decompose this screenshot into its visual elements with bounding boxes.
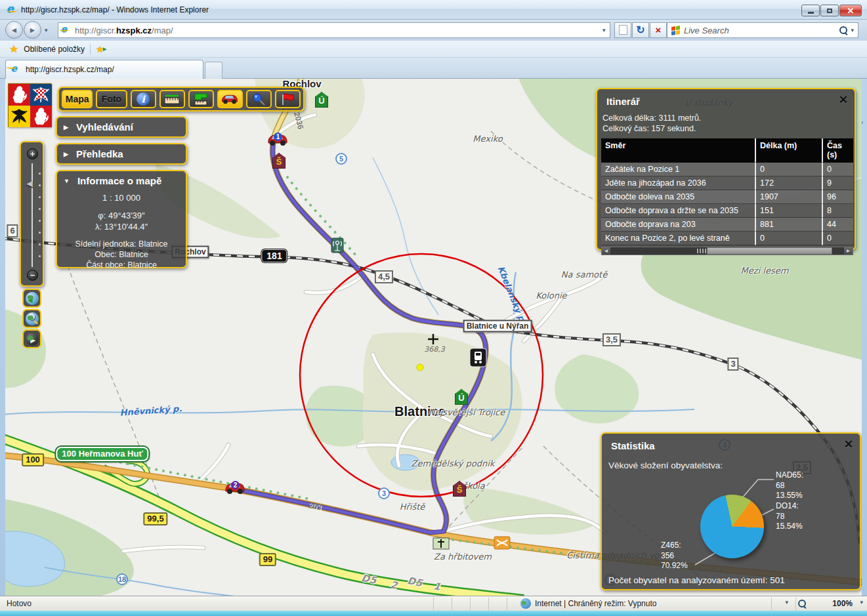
browser-window: e http://giscr.hzspk.cz/map/ - Windows I… xyxy=(0,0,867,616)
panel-prehledka[interactable]: ▶Přehledka xyxy=(56,143,187,165)
car-icon xyxy=(221,93,239,105)
zoom-out-button[interactable]: − xyxy=(27,270,38,281)
search-box[interactable]: Live Search ▾ xyxy=(667,22,858,38)
map-toolbar: Mapa Foto i xyxy=(58,87,305,112)
favorites-label[interactable]: Oblíbené položky xyxy=(24,45,85,54)
flag-tool-button[interactable] xyxy=(275,90,301,108)
pie-label-do14: DO14: 78 15.54% xyxy=(776,501,803,532)
compatibility-button[interactable] xyxy=(614,22,631,38)
forward-button[interactable]: ► xyxy=(24,21,41,39)
security-zone-text: Internet | Chráněný režim: Vypnuto xyxy=(535,599,656,608)
flag-icon xyxy=(280,92,295,106)
zoom-dropdown-icon[interactable]: ▾ xyxy=(860,599,863,606)
tab-active[interactable]: e http://giscr.hzspk.cz/map/ xyxy=(5,60,203,79)
population-total: Počet obyvatel na analyzovaném území: 50… xyxy=(608,575,785,585)
favorites-star-icon[interactable]: ★ xyxy=(9,43,18,55)
tab-mapa[interactable]: Mapa xyxy=(62,90,93,108)
table-row[interactable]: Konec na Pozice 2, po levé straně00 xyxy=(601,232,853,245)
antenna-icon xyxy=(331,238,343,253)
page-zoom-level[interactable]: 100% xyxy=(832,599,853,608)
poi-dot-icon xyxy=(417,364,423,371)
address-bar[interactable]: e http://giscr.hzspk.cz/map/ xyxy=(58,22,610,38)
status-bar: Hotovo Internet | Chráněný režim: Vypnut… xyxy=(0,596,867,611)
region-coat-of-arms xyxy=(8,83,51,127)
tab-ie-icon: e xyxy=(11,64,21,75)
globe-magnifier-icon xyxy=(26,312,39,325)
car-2-badge: 2 xyxy=(231,481,240,489)
close-icon[interactable]: ✕ xyxy=(839,93,848,107)
bridge-icon xyxy=(494,537,510,549)
globe-back-icon: ◄ xyxy=(26,292,39,305)
zoom-slider-handle[interactable]: ◀ xyxy=(26,178,33,188)
map-latitude: φ: 49°43′39″ xyxy=(64,211,179,220)
pin-tool-button[interactable] xyxy=(246,90,272,108)
window-bottom-border xyxy=(0,611,867,616)
chevron-down-icon: ▼ xyxy=(64,178,70,184)
statistics-subtitle: Věkové složení obyvatelstva: xyxy=(608,461,853,470)
tab-foto[interactable]: Foto xyxy=(96,90,127,108)
panel-informace-o-mape[interactable]: ▼Informace o mapě 1 : 10 000 φ: 49°43′39… xyxy=(56,170,187,268)
next-view-button[interactable]: ► xyxy=(22,329,41,348)
measure-area-button[interactable] xyxy=(188,90,214,108)
table-row[interactable]: Jděte na jihozápad na 20361729 xyxy=(601,176,853,190)
ie-logo-icon: e xyxy=(7,4,18,15)
route-tool-button[interactable] xyxy=(217,90,243,108)
window-title: http://giscr.hzspk.cz/map/ - Windows Int… xyxy=(21,5,209,14)
itinerary-panel: Itinerář ✕ Celková délka: 3111 metrů. Ce… xyxy=(596,88,856,251)
pushpin-icon xyxy=(251,92,266,106)
tab-title: http://giscr.hzspk.cz/map/ xyxy=(26,65,114,74)
car-marker-1[interactable]: 1 xyxy=(266,131,289,147)
municipality-part: Část obce: Blatnice xyxy=(64,260,179,270)
car-marker-2[interactable]: 2 xyxy=(224,480,246,495)
itinerary-total-time: Celkový čas: 157 sekund. xyxy=(603,124,851,133)
navigation-bar: ◄ ► ▾ e http://giscr.hzspk.cz/map/ ▾ ↻ ×… xyxy=(0,20,867,41)
scroll-right-icon[interactable]: ► xyxy=(844,247,853,255)
itinerary-total-length: Celková délka: 3111 metrů. xyxy=(603,113,851,123)
scroll-left-icon[interactable]: ◄ xyxy=(602,247,610,255)
scrollbar-thumb[interactable] xyxy=(707,247,832,255)
protected-mode-dropdown-icon[interactable]: ▾ xyxy=(785,599,788,606)
table-row[interactable]: Odbočte doleva na 2035190796 xyxy=(601,190,853,204)
age-structure-pie-chart xyxy=(700,495,764,558)
address-dropdown-icon[interactable]: ▾ xyxy=(603,27,606,33)
previous-view-button[interactable]: ◄ xyxy=(22,289,41,308)
cemetery-icon xyxy=(433,538,449,549)
map-viewport[interactable]: RochlovMexikoU studánkyNa samotěKolonieM… xyxy=(5,79,862,596)
search-dropdown-icon[interactable]: ▾ xyxy=(851,27,854,33)
tab-new-stub[interactable] xyxy=(205,62,222,79)
page-zoom-icon[interactable] xyxy=(798,600,807,608)
settlement-unit: Sídelní jednotka: Blatnice xyxy=(64,239,179,249)
statistics-panel: Statistika ✕ Věkové složení obyvatelstva… xyxy=(601,432,861,590)
table-row[interactable]: Odbočte doprava a držte se na 20351518 xyxy=(601,204,853,218)
coa-moravian-eagle-icon xyxy=(30,84,52,106)
close-button[interactable]: ✕ xyxy=(839,5,862,16)
title-bar: e http://giscr.hzspk.cz/map/ - Windows I… xyxy=(0,0,867,20)
coa-silesian-eagle-icon xyxy=(9,106,30,127)
statistics-title: Statistika xyxy=(611,440,853,451)
measure-length-button[interactable] xyxy=(159,90,185,108)
pie-label-z465: Z465: 356 70.92% xyxy=(661,541,688,571)
coa-lion2-icon xyxy=(30,106,52,127)
live-search-icon xyxy=(671,26,680,35)
panel-vyhledavani[interactable]: ▶Vyhledávání xyxy=(56,116,187,138)
refresh-button[interactable]: ↻ xyxy=(632,22,649,38)
train-station-icon xyxy=(470,348,486,367)
back-button[interactable]: ◄ xyxy=(5,21,23,39)
minimize-button[interactable] xyxy=(801,5,820,16)
table-row[interactable]: Začátek na Pozice 100 xyxy=(601,163,853,176)
url-text: http://giscr. xyxy=(75,26,116,35)
zoom-to-extent-button[interactable] xyxy=(22,309,41,328)
search-icon[interactable] xyxy=(839,26,848,35)
itinerary-title: Itinerář xyxy=(606,96,851,107)
stop-button[interactable]: × xyxy=(650,22,667,38)
table-row[interactable]: Odbočte doprava na 20388144 xyxy=(601,218,853,232)
horizontal-scrollbar[interactable]: ◄ ► xyxy=(601,247,853,255)
close-icon[interactable]: ✕ xyxy=(844,438,853,451)
info-tool-button[interactable]: i xyxy=(131,90,156,108)
car-1-badge: 1 xyxy=(274,133,282,141)
chevron-right-icon: ▶ xyxy=(64,151,68,157)
zoom-in-button[interactable]: + xyxy=(27,148,38,159)
maximize-button[interactable] xyxy=(820,5,839,16)
itinerary-table: SměrDélka (m)Čas (s) Začátek na Pozice 1… xyxy=(601,138,853,245)
history-dropdown-icon[interactable]: ▾ xyxy=(45,27,48,33)
